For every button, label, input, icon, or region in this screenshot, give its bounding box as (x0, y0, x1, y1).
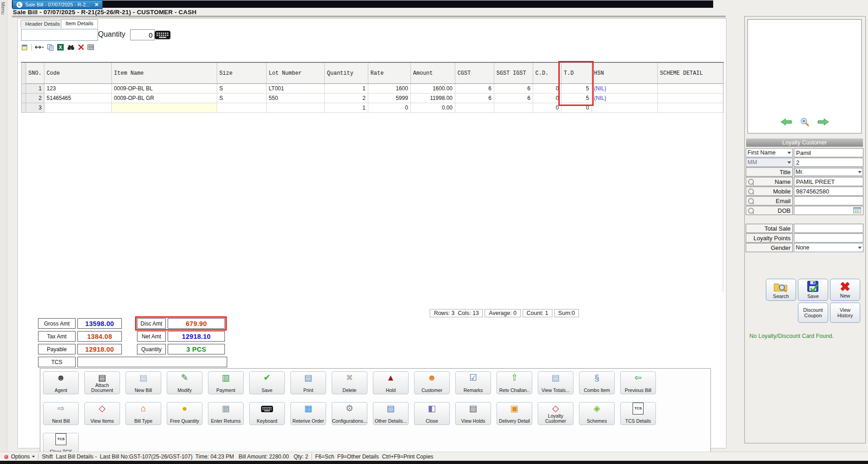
grid-cell[interactable]: 0 (533, 84, 561, 94)
tab-close-icon[interactable]: ✕ (94, 2, 98, 8)
grid-cell[interactable]: 1600 (368, 84, 410, 94)
grid-cell[interactable] (44, 103, 111, 113)
grid-cell[interactable]: 6 (494, 84, 533, 94)
grid-cell[interactable]: 0009-OP-BL GR (111, 94, 217, 103)
grid-cell[interactable]: 11998.00 (410, 94, 455, 103)
print-button[interactable]: ▤Print (290, 371, 326, 394)
grid-cell[interactable] (657, 103, 723, 113)
loyalty-select-gender[interactable]: None (794, 243, 863, 252)
options-button[interactable]: Options (11, 453, 30, 460)
agent-button[interactable]: ☻Agent (43, 371, 79, 394)
view-holds-button[interactable]: ▤View Holds (455, 402, 491, 425)
grid-view-icon[interactable] (87, 44, 94, 51)
grid-cell[interactable]: 5 (561, 94, 591, 103)
grid-cell[interactable]: (NIL) (591, 84, 657, 94)
copy-icon[interactable] (47, 44, 54, 51)
attach-document-button[interactable]: ▤Attach Document (84, 371, 120, 394)
grid-cell[interactable]: 1600.00 (410, 84, 455, 94)
search-icon[interactable] (748, 198, 754, 204)
loyalty-select-title[interactable]: Mr. (794, 167, 863, 177)
delete-button[interactable]: ✖Delete (332, 371, 367, 394)
grid-cell[interactable]: 5999 (368, 94, 410, 103)
calendar-icon[interactable] (853, 207, 861, 215)
new-customer-button[interactable]: ✖New (830, 279, 860, 301)
tab-item-details[interactable]: Item Details (61, 19, 98, 28)
next-bill-button[interactable]: ⇨Next Bill (43, 402, 79, 425)
configurations--button[interactable]: ⚙Configurations... (332, 402, 367, 425)
grid-cell[interactable] (266, 103, 324, 113)
grid-cell[interactable]: LT001 (266, 84, 324, 94)
modify-button[interactable]: ✎Modify (167, 371, 202, 394)
grid-cell[interactable] (455, 103, 494, 113)
payment-button[interactable]: ▥Payment (208, 371, 244, 394)
view-history-button[interactable]: View History (830, 303, 860, 323)
grid-cell[interactable]: 0 (368, 103, 410, 113)
search-icon[interactable] (748, 208, 754, 214)
grid-cell[interactable] (111, 103, 217, 113)
grid-cell[interactable]: S (217, 84, 266, 94)
save-customer-button[interactable]: Save (798, 279, 828, 301)
grid-cell[interactable]: 1 (324, 103, 368, 113)
menu-strip[interactable]: Menu (0, 0, 7, 464)
grid-cell[interactable]: 1 (324, 84, 368, 94)
search-customer-button[interactable]: Search (766, 279, 796, 301)
grid-cell[interactable]: (NIL) (591, 94, 657, 103)
view-items-button[interactable]: ◇View Items (84, 402, 120, 425)
grid-cell[interactable]: 123 (44, 84, 111, 94)
grid-cell[interactable]: 0 (533, 103, 561, 113)
item-code-input[interactable] (21, 29, 98, 41)
remarks-button[interactable]: ☑Remarks (455, 371, 491, 394)
excel-export-icon[interactable]: X (57, 44, 64, 51)
loyalty-value-field[interactable] (794, 224, 863, 233)
loyalty-value-field[interactable]: Pamil (794, 148, 863, 157)
sale-bill-window-tab[interactable]: L Sale Bill - 07/07/2025 - R-2... ✕ (12, 0, 103, 9)
grid-cell[interactable] (494, 103, 533, 113)
reterive-order-button[interactable]: ▦Reterive Order (290, 402, 326, 425)
loyalty-select-first-name[interactable]: First Name (746, 148, 793, 157)
keyboard-button[interactable]: Keyboard (249, 402, 285, 425)
customer-button[interactable]: ☻Customer (414, 371, 450, 394)
grid-cell[interactable]: 6 (455, 94, 494, 103)
grid-cell[interactable]: 51465465 (44, 94, 111, 103)
quantity-input[interactable] (130, 29, 155, 40)
loyalty-value-field[interactable]: 9874562580 (794, 187, 863, 196)
free-quantity-button[interactable]: ●Free Quantity (167, 402, 202, 425)
grid-cell[interactable]: 550 (266, 94, 324, 103)
discount-coupon-button[interactable]: Discount Coupon (798, 303, 828, 323)
grid-cell[interactable]: 5 (561, 84, 591, 94)
grid-cell[interactable]: 6 (455, 84, 494, 94)
delete-row-icon[interactable] (78, 44, 84, 50)
grid-cell[interactable]: 0.00 (410, 103, 455, 113)
search-icon[interactable] (748, 179, 754, 185)
retv-challan--button[interactable]: ⇧Retv Challan.. (497, 371, 532, 394)
grid-cell[interactable]: S (217, 94, 266, 103)
grid-cell[interactable] (591, 103, 657, 113)
loyalty-value-field[interactable] (794, 196, 863, 205)
grid-cell[interactable]: 6 (494, 94, 533, 103)
hold-button[interactable]: ▲Hold (373, 371, 409, 394)
find-icon[interactable] (67, 44, 75, 51)
bill-type-button[interactable]: ⌂Bill Type (126, 402, 161, 425)
loyalty-customer-button[interactable]: ◇Loyalty Customer (538, 402, 573, 425)
notes-export-icon[interactable] (21, 44, 28, 51)
keyboard-icon[interactable] (155, 29, 170, 42)
previous-bill-button[interactable]: ⇦Previous Bill (620, 371, 656, 394)
other-details--button[interactable]: ▤Other Details... (373, 402, 409, 425)
loyalty-value-field[interactable] (794, 206, 863, 215)
grid-cell[interactable]: 2 (324, 94, 368, 103)
grid-cell[interactable]: 0 (561, 103, 591, 113)
options-chevron-icon[interactable] (32, 456, 35, 458)
loyalty-value-field[interactable]: PAMIL PREET (794, 177, 863, 186)
loyalty-select-mm[interactable]: MM (746, 158, 793, 167)
new-bill-button[interactable]: ▤New Bill (126, 371, 161, 394)
search-icon[interactable] (748, 188, 754, 194)
next-image-icon[interactable] (817, 118, 829, 127)
tcs-details-button[interactable]: TCSTCS Details (620, 402, 656, 425)
combo-item-button[interactable]: §Combo Item (579, 371, 615, 394)
enter-returns-button[interactable]: ▦Enter Returns (208, 402, 244, 425)
delivery-detail-button[interactable]: ▣Delivery Detail (497, 402, 532, 425)
view-totals--button[interactable]: ▤View Totals... (538, 371, 573, 394)
tab-header-details[interactable]: Header Details (21, 20, 65, 28)
grid-cell[interactable] (657, 84, 723, 94)
grid-cell[interactable] (217, 103, 266, 113)
